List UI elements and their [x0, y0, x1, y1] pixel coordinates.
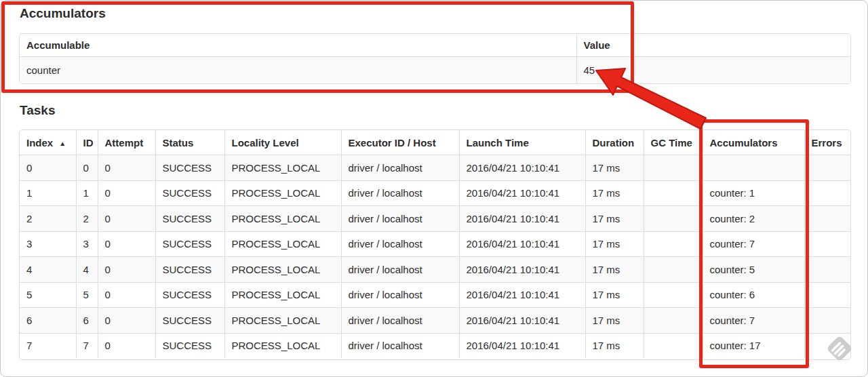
- cell-errors: [804, 180, 850, 206]
- cell-errors: [804, 155, 850, 181]
- cell-index: 1: [20, 180, 76, 206]
- cell-attempt: 0: [98, 282, 155, 308]
- cell-accumulators: counter: 5: [703, 257, 804, 283]
- cell-locality-level: PROCESS_LOCAL: [224, 282, 341, 308]
- cell-status: SUCCESS: [155, 282, 224, 308]
- cell-executor-id-host: driver / localhost: [341, 308, 459, 334]
- cell-executor-id-host: driver / localhost: [341, 282, 459, 308]
- cell-launch-time: 2016/04/21 10:10:41: [459, 155, 585, 181]
- task-row: 550SUCCESSPROCESS_LOCALdriver / localhos…: [20, 282, 850, 308]
- cell-status: SUCCESS: [155, 180, 224, 206]
- column-header-label: ID: [83, 137, 94, 148]
- cell-duration: 17 ms: [585, 333, 644, 358]
- cell-errors: [804, 206, 850, 232]
- cell-launch-time: 2016/04/21 10:10:41: [459, 206, 585, 232]
- cell-id: 2: [76, 206, 98, 232]
- cell-duration: 17 ms: [585, 282, 644, 308]
- cell-launch-time: 2016/04/21 10:10:41: [459, 180, 585, 206]
- column-header-label: Status: [163, 137, 194, 148]
- cell-launch-time: 2016/04/21 10:10:41: [459, 333, 585, 358]
- cell-gc-time: [644, 308, 703, 334]
- column-header-accumulators[interactable]: Accumulators: [703, 130, 804, 155]
- cell-status: SUCCESS: [155, 308, 224, 334]
- cell-attempt: 0: [98, 206, 155, 232]
- cell-gc-time: [644, 155, 703, 181]
- column-header-gc-time[interactable]: GC Time: [644, 130, 703, 155]
- cell-gc-time: [644, 333, 703, 358]
- cell-accumulable-name: counter: [20, 57, 576, 84]
- cell-index: 3: [20, 231, 76, 257]
- column-header-launch-time[interactable]: Launch Time: [459, 130, 585, 155]
- cell-executor-id-host: driver / localhost: [341, 231, 459, 257]
- cell-launch-time: 2016/04/21 10:10:41: [459, 308, 585, 334]
- cell-launch-time: 2016/04/21 10:10:41: [459, 231, 585, 257]
- cell-index: 6: [20, 308, 76, 334]
- cell-locality-level: PROCESS_LOCAL: [224, 333, 341, 358]
- cell-gc-time: [644, 257, 703, 283]
- column-header-value[interactable]: Value: [576, 34, 850, 57]
- task-row: 220SUCCESSPROCESS_LOCALdriver / localhos…: [20, 206, 850, 232]
- cell-executor-id-host: driver / localhost: [341, 155, 459, 181]
- cell-duration: 17 ms: [585, 180, 644, 206]
- accumulators-section-heading: Accumulators: [20, 5, 106, 22]
- cell-executor-id-host: driver / localhost: [341, 206, 459, 232]
- cell-status: SUCCESS: [155, 231, 224, 257]
- cell-id: 0: [76, 155, 98, 181]
- column-header-status[interactable]: Status: [155, 130, 224, 155]
- cell-errors: [804, 333, 850, 358]
- cell-attempt: 0: [98, 308, 155, 334]
- cell-duration: 17 ms: [585, 257, 644, 283]
- task-row: 660SUCCESSPROCESS_LOCALdriver / localhos…: [20, 308, 850, 334]
- cell-executor-id-host: driver / localhost: [341, 257, 459, 283]
- cell-duration: 17 ms: [585, 155, 644, 181]
- cell-index: 7: [20, 333, 76, 358]
- cell-errors: [804, 231, 850, 257]
- cell-accumulators: counter: 7: [703, 231, 804, 257]
- cell-attempt: 0: [98, 231, 155, 257]
- cell-accumulators: counter: 1: [703, 180, 804, 206]
- column-header-duration[interactable]: Duration: [585, 130, 644, 155]
- column-header-locality-level[interactable]: Locality Level: [224, 130, 341, 155]
- accumulators-table: Accumulable Value counter 45: [19, 33, 851, 84]
- tasks-section-heading: Tasks: [20, 102, 55, 119]
- column-header-accumulable[interactable]: Accumulable: [20, 34, 576, 57]
- cell-id: 3: [76, 231, 98, 257]
- task-row: 440SUCCESSPROCESS_LOCALdriver / localhos…: [20, 257, 850, 283]
- cell-locality-level: PROCESS_LOCAL: [224, 308, 341, 334]
- column-header-errors[interactable]: Errors: [804, 130, 850, 155]
- cell-gc-time: [644, 231, 703, 257]
- cell-locality-level: PROCESS_LOCAL: [224, 180, 341, 206]
- cell-attempt: 0: [98, 257, 155, 283]
- column-header-id[interactable]: ID: [76, 130, 98, 155]
- cell-launch-time: 2016/04/21 10:10:41: [459, 282, 585, 308]
- column-header-label: Launch Time: [467, 137, 529, 148]
- cell-index: 2: [20, 206, 76, 232]
- cell-index: 5: [20, 282, 76, 308]
- tasks-header-row: Index▲IDAttemptStatusLocality LevelExecu…: [20, 130, 850, 155]
- task-row: 330SUCCESSPROCESS_LOCALdriver / localhos…: [20, 231, 850, 257]
- column-header-label: GC Time: [651, 137, 692, 148]
- tasks-table: Index▲IDAttemptStatusLocality LevelExecu…: [19, 130, 851, 360]
- cell-duration: 17 ms: [585, 206, 644, 232]
- column-header-executor-id-host[interactable]: Executor ID / Host: [341, 130, 459, 155]
- cell-accumulators: [703, 155, 804, 181]
- cell-gc-time: [644, 206, 703, 232]
- cell-attempt: 0: [98, 333, 155, 358]
- task-row: 110SUCCESSPROCESS_LOCALdriver / localhos…: [20, 180, 850, 206]
- cell-id: 7: [76, 333, 98, 358]
- cell-id: 5: [76, 282, 98, 308]
- cell-errors: [804, 257, 850, 283]
- sort-ascending-icon: ▲: [59, 140, 66, 147]
- task-row: 770SUCCESSPROCESS_LOCALdriver / localhos…: [20, 333, 850, 358]
- column-header-index[interactable]: Index▲: [20, 130, 76, 155]
- cell-attempt: 0: [98, 180, 155, 206]
- cell-locality-level: PROCESS_LOCAL: [224, 231, 341, 257]
- column-header-label: Accumulators: [710, 137, 778, 148]
- column-header-attempt[interactable]: Attempt: [98, 130, 155, 155]
- task-row: 000SUCCESSPROCESS_LOCALdriver / localhos…: [20, 155, 850, 181]
- cell-gc-time: [644, 282, 703, 308]
- cell-errors: [804, 308, 850, 334]
- cell-status: SUCCESS: [155, 155, 224, 181]
- cell-attempt: 0: [98, 155, 155, 181]
- cell-executor-id-host: driver / localhost: [341, 333, 459, 358]
